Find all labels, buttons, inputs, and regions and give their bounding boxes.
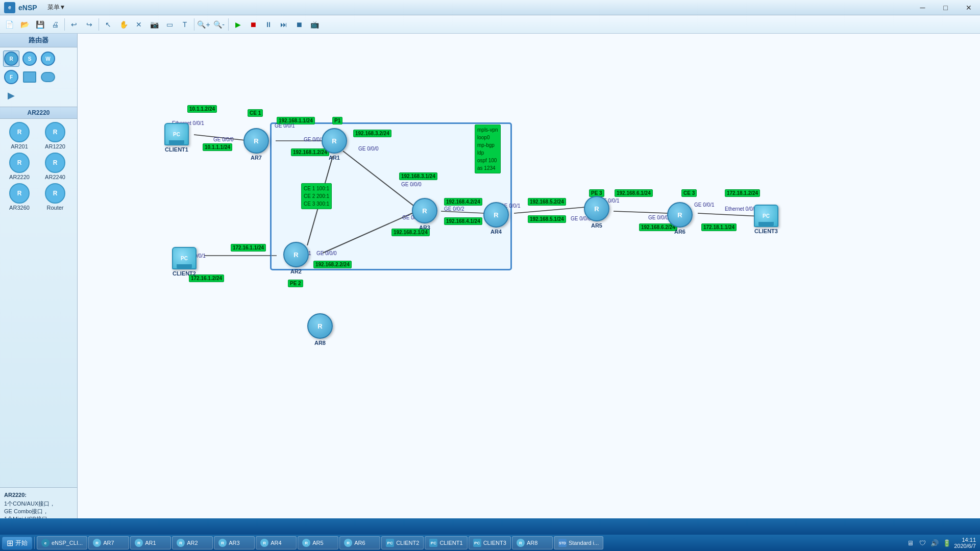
- ar5-label: AR5: [591, 222, 602, 229]
- ar6-icon: R: [667, 202, 693, 228]
- tb-redo[interactable]: ↪: [82, 17, 96, 32]
- tb-stop2[interactable]: ⏹: [292, 17, 306, 32]
- icon-router[interactable]: R: [3, 51, 19, 67]
- icon-security[interactable]: F: [3, 69, 19, 85]
- maximize-button[interactable]: □: [934, 0, 957, 15]
- node-AR4[interactable]: R AR4: [483, 202, 509, 235]
- device-icon-AR3260: R: [9, 183, 30, 204]
- app-title: eNSP: [18, 4, 37, 12]
- minimize-button[interactable]: ─: [911, 0, 934, 15]
- device-label-AR2240: AR2240: [45, 174, 65, 180]
- node-AR3[interactable]: R AR3: [412, 198, 437, 231]
- taskbar-standard[interactable]: STD Standard i...: [554, 536, 603, 549]
- device-AR3260[interactable]: R AR3260: [3, 183, 36, 211]
- device-AR201[interactable]: R AR201: [3, 122, 36, 149]
- tb-step[interactable]: ⏭: [277, 17, 291, 32]
- node-AR8[interactable]: R AR8: [307, 313, 333, 346]
- ip-192-168-5-2: 192.168.5.2/24: [528, 198, 566, 206]
- node-AR7[interactable]: R AR7: [243, 128, 269, 161]
- main-canvas[interactable]: 10.1.1.2/24 CE 1 192.168.1.1/24 P1 192.1…: [78, 34, 980, 535]
- device-AR2220[interactable]: R AR2220: [3, 153, 36, 180]
- device-Router[interactable]: R Router: [39, 183, 71, 211]
- iface-ar7-ge000: GE 0/0/0: [213, 137, 233, 142]
- node-CLIENT3[interactable]: PC CLIENT3: [754, 205, 778, 234]
- sys-icon-battery[interactable]: 🔋: [942, 538, 952, 548]
- start-button[interactable]: ⊞ 开始: [2, 537, 32, 549]
- tb-snapshot[interactable]: 📷: [147, 17, 161, 32]
- iface-ar6-ge001: GE 0/0/1: [694, 202, 714, 208]
- node-AR5[interactable]: R AR5: [584, 196, 609, 229]
- device-AR1220[interactable]: R AR1220: [39, 122, 71, 149]
- iface-ar2-ge000: GE 0/0/0: [316, 251, 336, 256]
- icon-custom[interactable]: ▶: [3, 87, 19, 104]
- svg-line-9: [698, 213, 761, 216]
- close-button[interactable]: ✕: [957, 0, 980, 15]
- sidebar-info-line2: GE Combo接口，: [4, 508, 73, 515]
- taskbar-ar5[interactable]: R AR5: [298, 536, 338, 549]
- ip-192-168-3-2: 192.168.3.2/24: [353, 130, 391, 137]
- node-CLIENT2[interactable]: PC CLIENT2: [172, 247, 197, 277]
- tb-select[interactable]: ↖: [101, 17, 115, 32]
- taskbar-ensp[interactable]: e eNSP_CLI...: [37, 536, 87, 549]
- client3-label: CLIENT3: [754, 228, 778, 234]
- menu-item-main[interactable]: 菜单▼: [43, 2, 70, 13]
- tb-open[interactable]: 📂: [17, 17, 32, 32]
- sys-icon-security[interactable]: 🛡: [917, 538, 927, 548]
- tb-hand[interactable]: ✋: [116, 17, 131, 32]
- ip-172-18-1-2: 172.18.1.2/24: [725, 189, 760, 197]
- taskbar-client1[interactable]: PC CLIENT1: [425, 536, 467, 549]
- taskbar-ar1[interactable]: R AR1: [130, 536, 171, 549]
- taskbar-ar7[interactable]: R AR7: [88, 536, 129, 549]
- iface-ar3-ge000-top: GE 0/0/0: [401, 182, 421, 187]
- tb-print[interactable]: 🖨: [48, 17, 62, 32]
- tb-delete[interactable]: ✕: [132, 17, 146, 32]
- mpls-info-box: mpls-vpnloop0mp-bgpldpospf 100as 1234: [475, 124, 501, 173]
- toolbar: 📄 📂 💾 🖨 ↩ ↪ ↖ ✋ ✕ 📷 ▭ T 🔍+ 🔍- ▶ ⏹ ⏸ ⏭ ⏹ …: [0, 15, 980, 34]
- taskbar-ar4[interactable]: R AR4: [256, 536, 297, 549]
- tb-rect[interactable]: ▭: [162, 17, 177, 32]
- taskbar-ar3[interactable]: R AR3: [214, 536, 255, 549]
- node-AR2[interactable]: R AR2: [283, 242, 309, 274]
- sys-icon-network[interactable]: 🖥: [905, 538, 915, 548]
- tb-zoom-in[interactable]: 🔍+: [197, 17, 211, 32]
- sys-icon-speaker[interactable]: 🔊: [929, 538, 940, 548]
- tb-capture[interactable]: 📺: [307, 17, 322, 32]
- node-AR1[interactable]: R AR1: [322, 128, 347, 161]
- taskbar-client2[interactable]: PC CLIENT2: [381, 536, 424, 549]
- taskbar-ar6[interactable]: R AR6: [339, 536, 380, 549]
- ar1-label: AR1: [329, 155, 340, 161]
- tb-zoom-out[interactable]: 🔍-: [212, 17, 226, 32]
- ip-192-168-4-1: 192.168.4.1/24: [444, 217, 482, 225]
- ar7-icon: R: [243, 128, 269, 154]
- system-time: 14:11 2020/6/7: [954, 537, 976, 549]
- ar7-label: AR7: [251, 155, 262, 161]
- device-label-Router: Router: [46, 205, 63, 211]
- tb-undo[interactable]: ↩: [67, 17, 81, 32]
- label-p1: P1: [332, 117, 342, 124]
- taskbar-ar2[interactable]: R AR2: [172, 536, 213, 549]
- tb-text[interactable]: T: [178, 17, 192, 32]
- ip-client1-top: 10.1.1.2/24: [187, 105, 217, 113]
- ip-192-168-5-1: 192.168.5.1/24: [528, 215, 566, 223]
- device-label-AR2220: AR2220: [9, 174, 30, 180]
- ce-info-box: CE 1 100:1CE 2 200:1CE 3 300:1: [301, 183, 332, 209]
- node-AR6[interactable]: R AR6: [667, 202, 693, 235]
- icon-switch[interactable]: S: [21, 51, 38, 67]
- icon-cloud[interactable]: [40, 69, 56, 85]
- tb-stop[interactable]: ⏹: [246, 17, 260, 32]
- device-AR2240[interactable]: R AR2240: [39, 153, 71, 180]
- icon-terminal[interactable]: [21, 69, 38, 85]
- node-CLIENT1[interactable]: PC CLIENT1: [164, 123, 189, 153]
- taskbar-client3[interactable]: PC CLIENT3: [469, 536, 511, 549]
- tb-pause[interactable]: ⏸: [261, 17, 276, 32]
- icon-wireless[interactable]: W: [40, 51, 56, 67]
- tb-save[interactable]: 💾: [33, 17, 47, 32]
- tb-new[interactable]: 📄: [2, 17, 16, 32]
- device-icon-bar: R S W F ▶: [0, 47, 77, 107]
- ip-192-168-6-1: 192.168.6.1/24: [615, 189, 653, 197]
- iface-ar1-ge000: GE 0/0/0: [358, 146, 378, 152]
- client3-icon: PC: [754, 205, 778, 227]
- window-controls: ─ □ ✕: [911, 0, 980, 15]
- tb-play[interactable]: ▶: [231, 17, 245, 32]
- taskbar-ar8[interactable]: R AR8: [512, 536, 553, 549]
